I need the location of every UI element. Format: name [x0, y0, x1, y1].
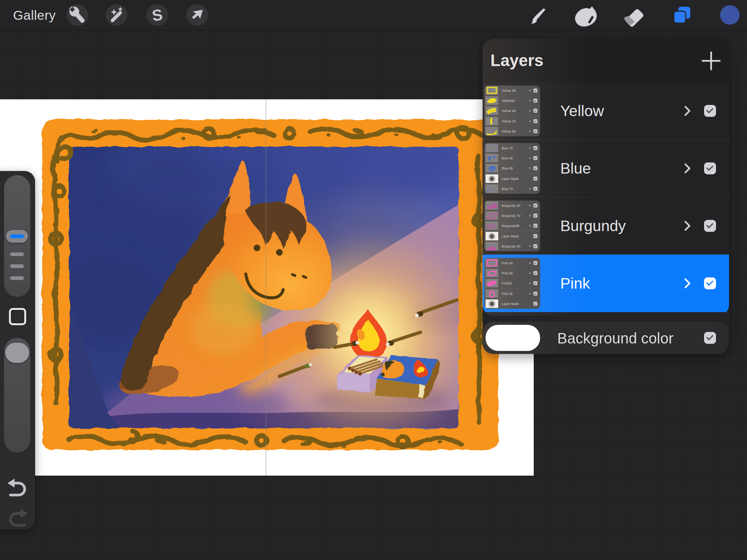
- svg-text:S: S: [151, 6, 164, 24]
